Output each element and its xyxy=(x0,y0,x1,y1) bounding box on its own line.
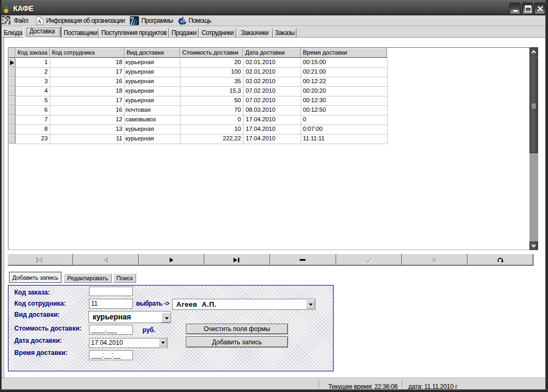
svg-text:ХР: ХР xyxy=(131,17,134,20)
svg-text:A: A xyxy=(37,18,41,24)
